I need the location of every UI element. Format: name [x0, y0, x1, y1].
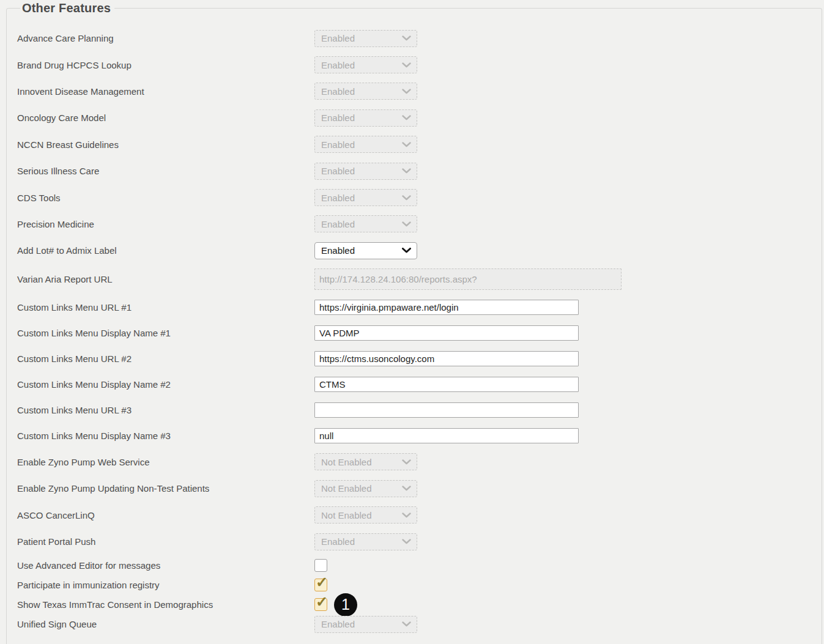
field-label: Show Texas ImmTrac Consent in Demographi… — [17, 599, 314, 610]
form-row: Enable Zyno Pump Web Service Not Enabled — [17, 449, 822, 476]
field-label: ASCO CancerLinQ — [17, 510, 314, 520]
add-lot-to-admix-label-select[interactable]: Enabled — [314, 242, 417, 259]
select-value: Enabled — [321, 166, 355, 176]
show-texas-immtrac-consent-checkbox[interactable]: ✓ — [314, 598, 327, 611]
chevron-down-icon — [402, 459, 411, 465]
form-row: NCCN Breast Guidelines Enabled — [17, 131, 822, 158]
form-row: Custom Links Menu URL #1 — [17, 295, 822, 320]
chevron-down-icon — [402, 115, 411, 120]
select-value: Enabled — [321, 86, 355, 97]
field-label: Custom Links Menu Display Name #1 — [17, 328, 314, 338]
section-title: Other Features — [20, 1, 114, 15]
check-icon: ✓ — [316, 575, 328, 590]
chevron-down-icon — [402, 168, 411, 174]
nccn-breast-guidelines-select: Enabled — [314, 136, 417, 153]
varian-aria-report-url-input — [314, 268, 622, 290]
other-features-section: Other Features Advance Care Planning Ena… — [6, 1, 822, 644]
field-label: Custom Links Menu Display Name #2 — [17, 379, 314, 390]
participate-immunization-registry-checkbox[interactable]: ✓ — [314, 579, 327, 591]
form-row: Custom Links Menu Display Name #1 — [17, 320, 822, 346]
select-value: Enabled — [321, 219, 355, 229]
field-label: NCCN Breast Guidelines — [17, 139, 314, 150]
form-row: Serious Illness Care Enabled — [17, 158, 822, 184]
custom-links-menu-url-2-input[interactable] — [314, 351, 579, 366]
select-value: Enabled — [321, 536, 355, 547]
chevron-down-icon — [402, 142, 411, 147]
field-label: Oncology Care Model — [17, 113, 314, 123]
innovent-disease-management-select: Enabled — [314, 83, 417, 100]
custom-links-menu-display-name-3-input[interactable] — [314, 428, 579, 443]
chevron-down-icon — [402, 62, 411, 68]
field-label: CDS Tools — [17, 193, 314, 203]
form-row: ASCO CancerLinQ Not Enabled — [17, 502, 822, 529]
oncology-care-model-select: Enabled — [314, 109, 417, 127]
field-label: Serious Illness Care — [17, 166, 314, 176]
form-row: Advance Care Planning Enabled — [17, 25, 822, 51]
form-row: Precision Medicine Enabled — [17, 211, 822, 237]
field-label: Custom Links Menu Display Name #3 — [17, 431, 314, 441]
chevron-down-icon — [402, 221, 411, 227]
select-value: Enabled — [321, 60, 355, 70]
brand-drug-hcpcs-lookup-select: Enabled — [314, 56, 417, 73]
advance-care-planning-select: Enabled — [314, 30, 417, 47]
custom-links-menu-display-name-2-input[interactable] — [314, 377, 579, 392]
select-value: Enabled — [321, 619, 355, 629]
unified-sign-queue-select: Enabled — [314, 616, 417, 633]
form-row: Oncology Care Model Enabled — [17, 105, 822, 131]
chevron-down-icon — [402, 621, 411, 627]
select-value: Not Enabled — [321, 510, 372, 520]
field-label: Unified Sign Queue — [17, 619, 314, 629]
serious-illness-care-select: Enabled — [314, 163, 417, 180]
custom-links-menu-url-1-input[interactable] — [314, 300, 579, 315]
form-row: Use Advanced Editor for messages ✓ — [17, 555, 822, 576]
chevron-down-icon — [402, 539, 411, 544]
form-row: Brand Drug HCPCS Lookup Enabled — [17, 51, 822, 78]
form-row: Custom Links Menu Display Name #3 — [17, 423, 822, 449]
field-label: Add Lot# to Admix Label — [17, 245, 314, 256]
check-icon: ✓ — [316, 594, 328, 609]
field-label: Custom Links Menu URL #3 — [17, 405, 314, 415]
form-row: Innovent Disease Management Enabled — [17, 78, 822, 105]
select-value: Enabled — [321, 33, 355, 43]
form-row: Show Texas ImmTrac Consent in Demographi… — [17, 595, 822, 615]
field-label: Custom Links Menu URL #2 — [17, 353, 314, 364]
field-label: Brand Drug HCPCS Lookup — [17, 60, 314, 70]
patient-portal-push-select: Enabled — [314, 533, 417, 550]
custom-links-menu-url-3-input[interactable] — [314, 402, 579, 418]
form-row: Custom Links Menu URL #3 — [17, 398, 822, 423]
asco-cancerlinq-select: Not Enabled — [314, 506, 417, 524]
select-value: Not Enabled — [321, 457, 372, 467]
enable-zyno-pump-updating-non-test-patients-select: Not Enabled — [314, 480, 417, 497]
form-row: Patient Portal Push Enabled — [17, 528, 822, 555]
chevron-down-icon — [402, 195, 411, 201]
field-label: Custom Links Menu URL #1 — [17, 302, 314, 313]
field-label: Varian Aria Report URL — [17, 274, 314, 284]
chevron-down-icon — [402, 486, 411, 491]
form-row: Participate in immunization registry ✓ — [17, 576, 822, 595]
select-value: Enabled — [321, 113, 355, 123]
form-row: Enable Zyno Pump Updating Non-Test Patie… — [17, 475, 822, 502]
field-label: Patient Portal Push — [17, 536, 314, 547]
chevron-down-icon — [402, 248, 411, 253]
cds-tools-select: Enabled — [314, 189, 417, 206]
use-advanced-editor-checkbox[interactable]: ✓ — [314, 559, 327, 572]
form-row: Custom Links Menu URL #2 — [17, 346, 822, 372]
custom-links-menu-display-name-1-input[interactable] — [314, 325, 579, 341]
form-row: Unified Sign Queue Enabled — [17, 615, 822, 634]
select-value: Enabled — [321, 245, 355, 256]
field-label: Advance Care Planning — [17, 33, 314, 43]
field-label: Innovent Disease Management — [17, 86, 314, 97]
field-label: Enable Zyno Pump Updating Non-Test Patie… — [17, 483, 314, 494]
chevron-down-icon — [402, 35, 411, 41]
select-value: Not Enabled — [321, 483, 372, 494]
precision-medicine-select: Enabled — [314, 215, 417, 232]
field-label: Precision Medicine — [17, 219, 314, 229]
form-row: Custom Links Menu Display Name #2 — [17, 372, 822, 398]
select-value: Enabled — [321, 193, 355, 203]
field-label: Participate in immunization registry — [17, 580, 314, 590]
form-row: CDS Tools Enabled — [17, 184, 822, 210]
field-label: Enable Zyno Pump Web Service — [17, 457, 314, 467]
chevron-down-icon — [402, 513, 411, 518]
select-value: Enabled — [321, 139, 355, 150]
form-row: Add Lot# to Admix Label Enabled — [17, 237, 822, 264]
